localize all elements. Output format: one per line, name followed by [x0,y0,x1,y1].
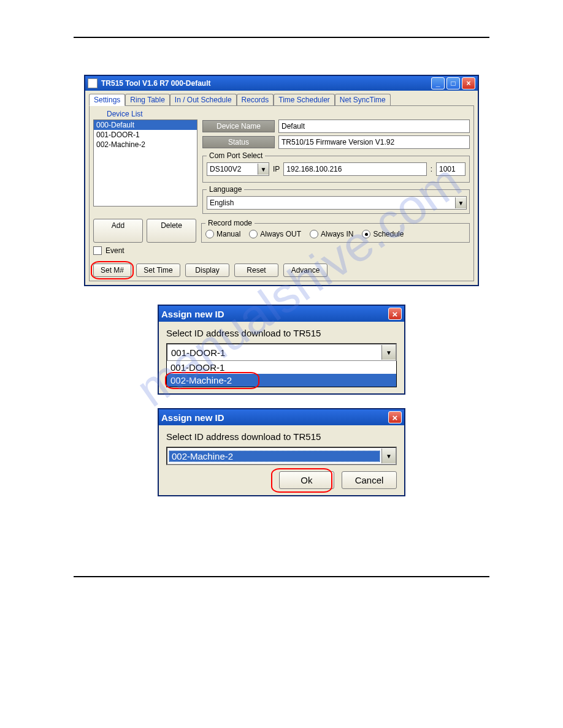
comport-dropdown[interactable]: DS100V2 ▼ [207,162,269,176]
dialog-title: Assign new ID [161,412,388,423]
radio-label: Schedule [373,230,404,238]
chevron-down-icon[interactable]: ▼ [455,197,466,208]
comport-group: Com Port Select DS100V2 ▼ IP 192.168.100… [202,151,470,183]
dialog-prompt: Select ID address download to TR515 [166,328,397,338]
language-legend: Language [207,185,244,194]
assign-id-dialog-confirm: Assign new ID × Select ID address downlo… [158,408,405,496]
radio-label: Always OUT [260,230,301,238]
close-button[interactable]: × [388,308,402,320]
tab-in-out-schedule[interactable]: In / Out Schedule [170,94,237,106]
option-label: 002-Machine-2 [170,375,232,385]
chevron-down-icon[interactable]: ▼ [258,164,269,175]
assign-id-dialog-open: Assign new ID × Select ID address downlo… [158,305,405,395]
advance-button[interactable]: Advance [283,264,327,277]
display-button[interactable]: Display [185,264,229,277]
titlebar: TR515 Tool V1.6 R7 000-Default _ □ × [85,76,478,91]
comport-value: DS100V2 [207,165,258,173]
dropdown-value: 002-Machine-2 [169,450,380,462]
close-button[interactable]: × [462,77,475,89]
bottom-rule [74,576,489,577]
device-name-button[interactable]: Device Name [202,120,275,132]
dialog-titlebar: Assign new ID × [159,306,404,322]
dialog-title: Assign new ID [161,309,388,319]
recordmode-group: Record mode Manual Always OUT Always IN … [201,219,470,243]
maximize-button[interactable]: □ [446,77,460,89]
radio-label: Always IN [321,230,353,238]
add-button[interactable]: Add [93,219,143,243]
ip-field[interactable]: 192.168.100.216 [283,162,426,176]
event-label: Event [105,246,124,255]
app-icon [88,78,98,88]
device-list-item[interactable]: 001-DOOR-1 [94,130,197,140]
reset-button[interactable]: Reset [234,264,278,277]
set-m-button[interactable]: Set M# [93,264,131,277]
dialog-titlebar: Assign new ID × [159,409,404,425]
ok-button[interactable]: Ok [279,471,334,489]
port-sep: : [431,165,432,173]
recordmode-manual[interactable]: Manual [205,230,240,238]
dropdown-options: 001-DOOR-1 002-Machine-2 [166,361,397,387]
port-field[interactable]: 1001 [436,162,465,176]
dropdown-option[interactable]: 002-Machine-2 [167,374,396,387]
recordmode-schedule[interactable]: Schedule [362,230,404,238]
set-time-button[interactable]: Set Time [136,264,180,277]
settings-panel: Device List 000-Default 001-DOOR-1 002-M… [89,105,474,281]
chevron-down-icon[interactable]: ▼ [381,345,396,360]
window-title: TR515 Tool V1.6 R7 000-Default [101,79,431,88]
recordmode-always-out[interactable]: Always OUT [249,230,301,238]
chevron-down-icon[interactable]: ▼ [381,449,396,463]
device-name-field[interactable]: Default [278,119,470,133]
status-button[interactable]: Status [202,136,275,148]
id-dropdown[interactable]: 001-DOOR-1 ▼ [166,343,397,362]
recordmode-legend: Record mode [205,219,255,227]
id-dropdown[interactable]: 002-Machine-2 ▼ [166,447,397,465]
tab-records[interactable]: Records [237,94,274,106]
tab-time-scheduler[interactable]: Time Scheduler [274,94,335,106]
tab-net-synctime[interactable]: Net SyncTime [335,94,391,106]
language-dropdown[interactable]: English ▼ [207,196,467,210]
close-button[interactable]: × [388,411,402,423]
comport-legend: Com Port Select [207,151,265,160]
device-list-item[interactable]: 002-Machine-2 [94,140,197,150]
main-window: TR515 Tool V1.6 R7 000-Default _ □ × Set… [84,75,479,286]
cancel-button[interactable]: Cancel [342,471,397,489]
dropdown-value: 001-DOOR-1 [167,347,381,358]
tab-strip: Settings Ring Table In / Out Schedule Re… [85,91,478,105]
recordmode-always-in[interactable]: Always IN [310,230,353,238]
device-list[interactable]: 000-Default 001-DOOR-1 002-Machine-2 [93,119,197,207]
minimize-button[interactable]: _ [431,77,445,89]
dropdown-option[interactable]: 001-DOOR-1 [167,361,396,374]
dialog-prompt: Select ID address download to TR515 [166,431,397,442]
device-list-item[interactable]: 000-Default [94,120,197,130]
tab-ring-table[interactable]: Ring Table [125,94,169,106]
ip-label: IP [273,165,280,173]
event-checkbox[interactable] [93,246,102,255]
status-field: TR510/15 Firmware Version V1.92 [278,135,470,149]
device-list-label: Device List [107,110,470,118]
top-rule [74,37,489,38]
language-value: English [207,199,455,207]
radio-label: Manual [216,230,240,238]
tab-settings[interactable]: Settings [89,94,125,106]
language-group: Language English ▼ [202,185,470,214]
delete-button[interactable]: Delete [147,219,196,243]
